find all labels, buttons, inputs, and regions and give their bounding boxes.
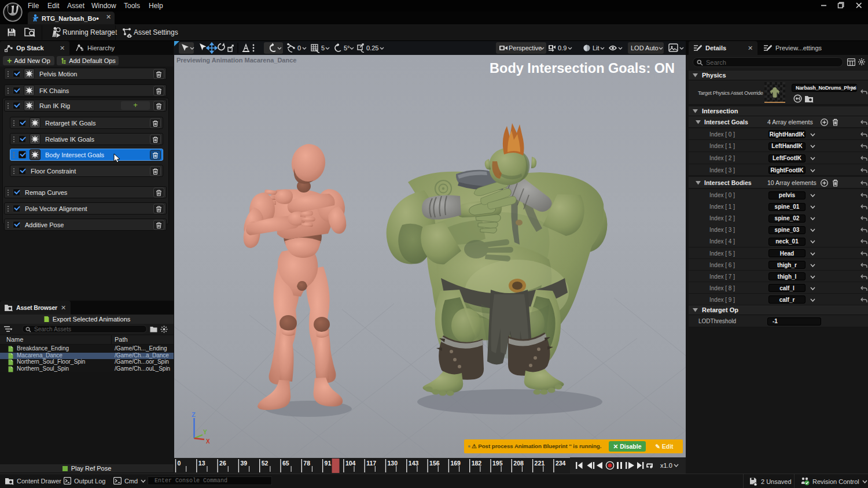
svg-text:26: 26 bbox=[219, 460, 226, 467]
svg-text:Previewing Animation Macarena_: Previewing Animation Macarena_Dance bbox=[176, 57, 296, 64]
svg-text:Y: Y bbox=[203, 429, 207, 435]
svg-text:91: 91 bbox=[325, 460, 332, 467]
svg-text:169: 169 bbox=[450, 460, 461, 467]
svg-text:65: 65 bbox=[282, 460, 289, 467]
svg-text:208: 208 bbox=[513, 460, 524, 467]
svg-text:39: 39 bbox=[240, 460, 247, 467]
svg-text:0: 0 bbox=[297, 45, 301, 51]
svg-text:0: 0 bbox=[178, 460, 181, 467]
svg-text:130: 130 bbox=[387, 460, 398, 467]
svg-text:x1.0: x1.0 bbox=[660, 462, 672, 469]
svg-text:156: 156 bbox=[429, 460, 440, 467]
svg-text:78: 78 bbox=[303, 460, 310, 467]
svg-text:221: 221 bbox=[535, 460, 545, 467]
svg-text:117: 117 bbox=[366, 460, 376, 467]
svg-text:52: 52 bbox=[262, 460, 269, 467]
svg-text:0.25: 0.25 bbox=[366, 45, 378, 51]
svg-text:LOD Auto: LOD Auto bbox=[631, 45, 659, 51]
svg-text:Body Intersection Goals: ON: Body Intersection Goals: ON bbox=[490, 61, 675, 76]
svg-text:143: 143 bbox=[409, 460, 419, 467]
svg-text:182: 182 bbox=[472, 460, 482, 467]
svg-text:104: 104 bbox=[345, 460, 356, 467]
svg-text:13: 13 bbox=[198, 460, 205, 467]
svg-text:5°: 5° bbox=[344, 45, 350, 51]
svg-text:5: 5 bbox=[321, 45, 325, 51]
svg-text:X: X bbox=[206, 438, 210, 445]
svg-text:Lit: Lit bbox=[593, 45, 599, 51]
svg-text:195: 195 bbox=[492, 460, 503, 467]
svg-text:Z: Z bbox=[192, 411, 196, 418]
svg-text:0.9: 0.9 bbox=[558, 45, 567, 51]
svg-text:234: 234 bbox=[556, 460, 566, 467]
svg-text:Perspective: Perspective bbox=[509, 45, 542, 51]
